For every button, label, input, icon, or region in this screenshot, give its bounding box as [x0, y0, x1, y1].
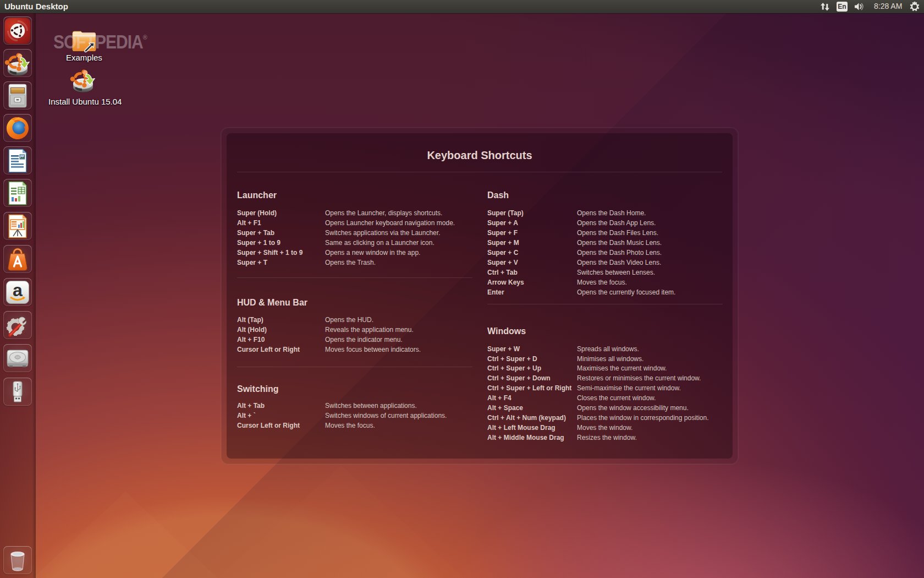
svg-text:a: a: [13, 280, 23, 300]
